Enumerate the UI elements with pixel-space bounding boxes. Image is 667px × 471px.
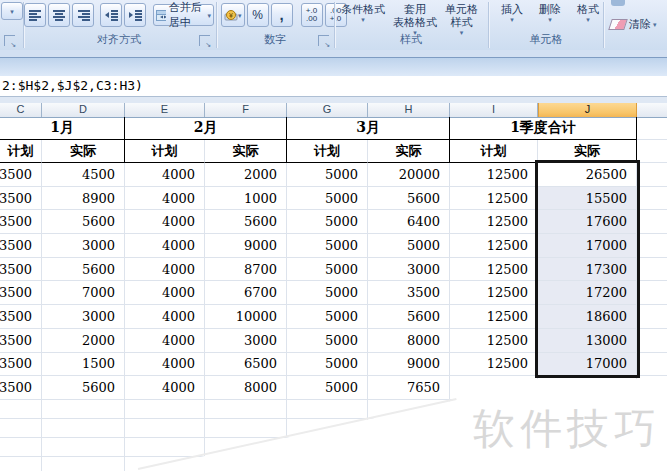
cell-F10[interactable]: 3000 xyxy=(205,329,287,353)
cell-I3[interactable]: 12500 xyxy=(450,163,538,187)
cell-K9[interactable] xyxy=(637,305,667,329)
cell-G5[interactable]: 5000 xyxy=(287,210,368,234)
decrease-indent-button[interactable] xyxy=(100,3,122,27)
cell-E9[interactable]: 4000 xyxy=(125,305,205,329)
insert-cells-button[interactable]: 插入 ▾ xyxy=(498,2,526,24)
format-cells-button[interactable]: 格式 ▾ xyxy=(574,2,602,24)
sub-header-I2[interactable]: 计划 xyxy=(450,140,538,163)
column-header-F[interactable]: F xyxy=(205,103,287,117)
cell-F14[interactable] xyxy=(205,419,287,438)
column-header-H[interactable]: H xyxy=(368,103,450,117)
cell-E13[interactable] xyxy=(125,400,205,419)
merged-header-1[interactable]: 1月 xyxy=(0,117,125,140)
cell-D7[interactable]: 5600 xyxy=(42,258,125,282)
cell-D3[interactable]: 4500 xyxy=(42,163,125,187)
cell-E3[interactable]: 4000 xyxy=(125,163,205,187)
cell-C4[interactable]: 3500 xyxy=(0,187,42,211)
cell-G12[interactable]: 5000 xyxy=(287,376,368,400)
cell-G7[interactable]: 5000 xyxy=(287,258,368,282)
sub-header-F2[interactable]: 实际 xyxy=(205,140,287,163)
cell-F3[interactable]: 2000 xyxy=(205,163,287,187)
sub-header-G2[interactable]: 计划 xyxy=(287,140,368,163)
cell-G6[interactable]: 5000 xyxy=(287,234,368,258)
percent-style-button[interactable]: % xyxy=(247,3,269,27)
cell-C9[interactable]: 3500 xyxy=(0,305,42,329)
merge-center-button[interactable]: 合并后居中 ▾ xyxy=(153,4,214,26)
cell-D5[interactable]: 5600 xyxy=(42,210,125,234)
align-right-button[interactable] xyxy=(72,3,94,27)
cell-D9[interactable]: 3000 xyxy=(42,305,125,329)
cell-C8[interactable]: 3500 xyxy=(0,281,42,305)
cell-H5[interactable]: 6400 xyxy=(368,210,450,234)
cell-E8[interactable]: 4000 xyxy=(125,281,205,305)
align-left-button[interactable] xyxy=(24,3,46,27)
column-header-I[interactable]: I xyxy=(450,103,538,117)
cell-G4[interactable]: 5000 xyxy=(287,187,368,211)
formula-bar[interactable]: 2:$H$2,$J$2,C3:H3) xyxy=(0,76,667,97)
cell-D10[interactable]: 2000 xyxy=(42,329,125,353)
cell-F7[interactable]: 8700 xyxy=(205,258,287,282)
cell-K11[interactable] xyxy=(637,353,667,377)
column-header-G[interactable]: G xyxy=(287,103,368,117)
align-center-button[interactable] xyxy=(48,3,70,27)
cell-H4[interactable]: 5600 xyxy=(368,187,450,211)
increase-decimal-button[interactable]: +.0 .00 xyxy=(301,3,323,27)
cell-K10[interactable] xyxy=(637,329,667,353)
number-dialog-launcher-icon[interactable] xyxy=(318,35,329,46)
cell-H8[interactable]: 3500 xyxy=(368,281,450,305)
cell-H9[interactable]: 5600 xyxy=(368,305,450,329)
column-header-D[interactable]: D xyxy=(42,103,125,117)
font-dialog-launcher-icon[interactable] xyxy=(4,35,15,46)
cell-C6[interactable]: 3500 xyxy=(0,234,42,258)
column-header-E[interactable]: E xyxy=(125,103,205,117)
cell-K6[interactable] xyxy=(637,234,667,258)
autosum-icon-partial[interactable] xyxy=(611,0,625,6)
cell-E7[interactable]: 4000 xyxy=(125,258,205,282)
cell-I4[interactable]: 12500 xyxy=(450,187,538,211)
sub-header-E2[interactable]: 计划 xyxy=(125,140,205,163)
delete-cells-button[interactable]: 删除 ▾ xyxy=(536,2,564,24)
cell-E6[interactable]: 4000 xyxy=(125,234,205,258)
cell-E12[interactable]: 4000 xyxy=(125,376,205,400)
cell-F11[interactable]: 6500 xyxy=(205,353,287,377)
cell-C7[interactable]: 3500 xyxy=(0,258,42,282)
cell-K1[interactable] xyxy=(637,117,667,140)
clear-button[interactable]: 清除 ▾ xyxy=(607,17,660,32)
sub-header-C2[interactable]: 计划 xyxy=(0,140,42,163)
cell-C12[interactable]: 3500 xyxy=(0,376,42,400)
cell-H7[interactable]: 3000 xyxy=(368,258,450,282)
cell-H6[interactable]: 5000 xyxy=(368,234,450,258)
cell-D12[interactable]: 5600 xyxy=(42,376,125,400)
cell-G3[interactable]: 5000 xyxy=(287,163,368,187)
column-header-partial[interactable] xyxy=(637,103,667,117)
cell-G13[interactable] xyxy=(287,400,368,419)
cell-K3[interactable] xyxy=(637,163,667,187)
selection-border[interactable] xyxy=(535,160,640,378)
cell-D16[interactable] xyxy=(42,457,125,471)
sub-header-H2[interactable]: 实际 xyxy=(368,140,450,163)
cell-G11[interactable]: 5000 xyxy=(287,353,368,377)
cell-C10[interactable]: 3500 xyxy=(0,329,42,353)
cell-D4[interactable]: 8900 xyxy=(42,187,125,211)
merged-header-4[interactable]: 1季度合计 xyxy=(450,117,637,140)
cell-F9[interactable]: 10000 xyxy=(205,305,287,329)
cell-F5[interactable]: 5600 xyxy=(205,210,287,234)
column-header-C[interactable]: C xyxy=(0,103,42,117)
cell-D14[interactable] xyxy=(42,419,125,438)
cell-G9[interactable]: 5000 xyxy=(287,305,368,329)
cell-G10[interactable]: 5000 xyxy=(287,329,368,353)
cell-E15[interactable] xyxy=(125,438,205,457)
cell-F8[interactable]: 6700 xyxy=(205,281,287,305)
conditional-formatting-button[interactable]: 条件格式 ▾ xyxy=(338,2,388,24)
cell-G8[interactable]: 5000 xyxy=(287,281,368,305)
cell-E11[interactable]: 4000 xyxy=(125,353,205,377)
cell-I9[interactable]: 12500 xyxy=(450,305,538,329)
cell-K7[interactable] xyxy=(637,258,667,282)
cell-C15[interactable] xyxy=(0,438,42,457)
cell-C14[interactable] xyxy=(0,419,42,438)
cell-D8[interactable]: 7000 xyxy=(42,281,125,305)
cell-I7[interactable]: 12500 xyxy=(450,258,538,282)
cell-D6[interactable]: 3000 xyxy=(42,234,125,258)
cell-E14[interactable] xyxy=(125,419,205,438)
cell-H12[interactable]: 7650 xyxy=(368,376,450,400)
